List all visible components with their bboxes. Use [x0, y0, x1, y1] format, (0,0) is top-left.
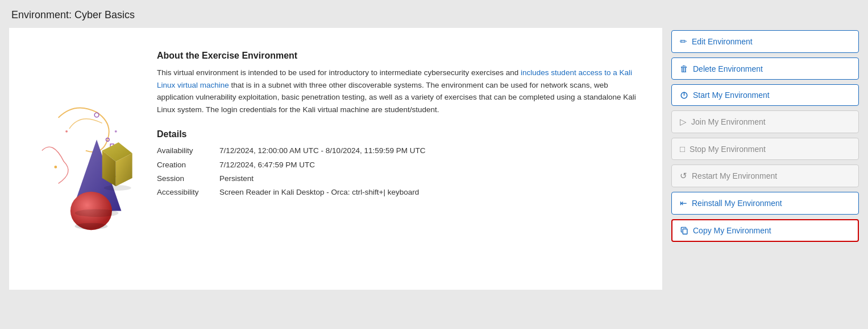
main-container: About the Exercise Environment This virt…	[9, 28, 859, 290]
detail-row-creation: Creation 7/12/2024, 6:47:59 PM UTC	[157, 158, 639, 172]
label-accessibility: Accessibility	[157, 186, 219, 199]
edit-icon: ✏	[680, 36, 687, 47]
svg-point-8	[75, 223, 108, 230]
svg-point-13	[115, 130, 117, 133]
play-icon: ▷	[680, 117, 687, 127]
reinstall-button-label: Reinstall My Environment	[692, 199, 782, 208]
restart-environment-button: ↺ Restart My Environment	[671, 164, 859, 187]
delete-button-label: Delete Environment	[693, 64, 763, 73]
edit-environment-button[interactable]: ✏ Edit Environment	[671, 30, 859, 53]
description-text: This virtual environment is intended to …	[157, 67, 639, 116]
svg-point-9	[75, 209, 119, 217]
reinstall-environment-button[interactable]: ⇤ Reinstall My Environment	[671, 192, 859, 215]
trash-icon: 🗑	[680, 64, 688, 73]
detail-row-session: Session Persistent	[157, 172, 639, 186]
detail-row-availability: Availability 7/12/2024, 12:00:00 AM UTC …	[157, 144, 639, 158]
stop-environment-button: □ Stop My Environment	[671, 138, 859, 160]
svg-point-12	[65, 130, 68, 133]
label-availability: Availability	[157, 144, 219, 158]
label-creation: Creation	[157, 158, 219, 172]
value-accessibility: Screen Reader in Kali Desktop - Orca: ct…	[219, 186, 419, 199]
detail-row-accessibility: Accessibility Screen Reader in Kali Desk…	[157, 186, 639, 199]
svg-rect-16	[683, 229, 687, 234]
illustration	[20, 51, 146, 267]
restart-icon: ↺	[680, 171, 687, 181]
value-availability: 7/12/2024, 12:00:00 AM UTC - 8/10/2024, …	[219, 144, 425, 158]
copy-environment-button[interactable]: Copy My Environment	[671, 219, 859, 242]
copy-icon	[680, 227, 688, 235]
restart-button-label: Restart My Environment	[692, 171, 777, 180]
join-button-label: Join My Environment	[691, 117, 766, 126]
delete-environment-button[interactable]: 🗑 Delete Environment	[671, 57, 859, 80]
sidebar: ✏ Edit Environment 🗑 Delete Environment …	[671, 28, 859, 242]
content-panel: About the Exercise Environment This virt…	[9, 28, 662, 290]
value-session: Persistent	[219, 172, 254, 186]
kali-link[interactable]: includes student access to a Kali Linux …	[157, 68, 632, 89]
page-title: Environment: Cyber Basics	[0, 0, 868, 28]
stop-button-label: Stop My Environment	[690, 145, 766, 154]
info-section: About the Exercise Environment This virt…	[157, 51, 639, 267]
edit-button-label: Edit Environment	[692, 37, 753, 46]
start-environment-button[interactable]: Start My Environment	[671, 84, 859, 106]
details-table: Availability 7/12/2024, 12:00:00 AM UTC …	[157, 144, 639, 199]
copy-button-label: Copy My Environment	[693, 226, 771, 235]
start-button-label: Start My Environment	[693, 91, 770, 100]
value-creation: 7/12/2024, 6:47:59 PM UTC	[219, 158, 315, 172]
label-session: Session	[157, 172, 219, 186]
svg-point-10	[104, 185, 131, 191]
join-environment-button: ▷ Join My Environment	[671, 110, 859, 133]
svg-point-0	[94, 113, 99, 117]
power-icon	[680, 91, 688, 100]
reinstall-icon: ⇤	[680, 198, 687, 208]
svg-point-11	[54, 166, 57, 168]
about-heading: About the Exercise Environment	[157, 51, 639, 61]
details-heading: Details	[157, 129, 639, 139]
stop-icon: □	[680, 144, 685, 154]
